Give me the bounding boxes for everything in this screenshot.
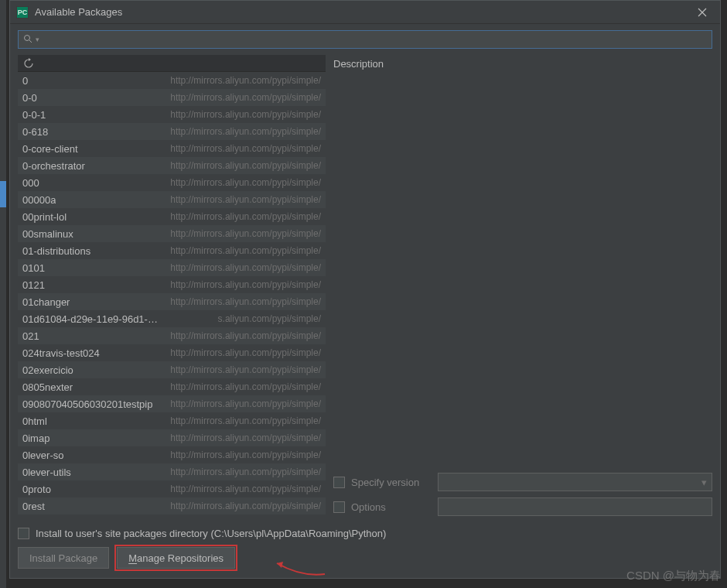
package-source: http://mirrors.aliyun.com/pypi/simple/ bbox=[170, 177, 321, 188]
package-name: 0lever-utils bbox=[22, 467, 71, 478]
package-name: 01changer bbox=[22, 296, 70, 308]
options-input[interactable] bbox=[438, 497, 712, 516]
version-dropdown[interactable]: ▾ bbox=[438, 473, 712, 491]
package-row[interactable]: 01d61084-d29e-11e9-96d1-7c5cf84ffe8es.al… bbox=[18, 310, 326, 327]
svg-point-0 bbox=[25, 36, 30, 41]
dialog-title: Available Packages bbox=[35, 6, 684, 18]
search-caret-icon: ▾ bbox=[36, 36, 39, 43]
manage-repositories-button[interactable]: Manage Repositories bbox=[117, 547, 235, 569]
install-dir-label: Install to user's site packages director… bbox=[36, 528, 386, 539]
package-name: 0-618 bbox=[22, 126, 48, 138]
package-name: 024travis-test024 bbox=[22, 347, 100, 359]
available-packages-dialog: PC Available Packages ▾ 0http://mirrors.… bbox=[9, 0, 721, 579]
package-row[interactable]: 000http://mirrors.aliyun.com/pypi/simple… bbox=[18, 174, 326, 191]
package-name: 00smalinux bbox=[22, 228, 73, 240]
package-row[interactable]: 0101http://mirrors.aliyun.com/pypi/simpl… bbox=[18, 259, 326, 276]
package-row[interactable]: 0htmlhttp://mirrors.aliyun.com/pypi/simp… bbox=[18, 412, 326, 429]
specify-version-checkbox[interactable] bbox=[333, 477, 345, 488]
package-source: http://mirrors.aliyun.com/pypi/simple/ bbox=[170, 211, 321, 222]
search-input-wrap[interactable]: ▾ bbox=[18, 30, 712, 49]
specify-version-row: Specify version ▾ bbox=[333, 470, 712, 494]
bottom-area: Install to user's site packages director… bbox=[10, 525, 720, 578]
manage-rest: anage Repositories bbox=[137, 552, 224, 564]
options-checkbox[interactable] bbox=[333, 501, 345, 513]
package-row[interactable]: 0-0-1http://mirrors.aliyun.com/pypi/simp… bbox=[18, 106, 326, 123]
package-row[interactable]: 0805nexterhttp://mirrors.aliyun.com/pypi… bbox=[18, 378, 326, 395]
package-source: http://mirrors.aliyun.com/pypi/simple/ bbox=[170, 484, 321, 494]
package-source: http://mirrors.aliyun.com/pypi/simple/ bbox=[170, 415, 321, 426]
package-name: 090807040506030201testpip bbox=[22, 398, 152, 410]
install-package-button[interactable]: Install Package bbox=[18, 547, 109, 569]
package-name: 01d61084-d29e-11e9-96d1-7c5cf84ffe8e bbox=[22, 313, 162, 325]
package-source: http://mirrors.aliyun.com/pypi/simple/ bbox=[170, 279, 321, 290]
package-row[interactable]: 0lever-utilshttp://mirrors.aliyun.com/py… bbox=[18, 463, 326, 480]
package-row[interactable]: 0http://mirrors.aliyun.com/pypi/simple/ bbox=[18, 72, 326, 89]
package-source: http://mirrors.aliyun.com/pypi/simple/ bbox=[170, 228, 321, 239]
package-name: 0121 bbox=[22, 279, 45, 291]
package-name: 0-orchestrator bbox=[22, 160, 85, 172]
options-area: Specify version ▾ Options bbox=[333, 463, 712, 519]
package-row[interactable]: 00000ahttp://mirrors.aliyun.com/pypi/sim… bbox=[18, 191, 326, 208]
package-source: http://mirrors.aliyun.com/pypi/simple/ bbox=[170, 194, 321, 205]
package-source: http://mirrors.aliyun.com/pypi/simple/ bbox=[170, 450, 321, 460]
manage-mnemonic: M bbox=[128, 552, 137, 564]
package-source: http://mirrors.aliyun.com/pypi/simple/ bbox=[170, 143, 321, 154]
search-row: ▾ bbox=[10, 24, 720, 55]
package-source: http://mirrors.aliyun.com/pypi/simple/ bbox=[170, 330, 321, 341]
package-row[interactable]: 01changerhttp://mirrors.aliyun.com/pypi/… bbox=[18, 293, 326, 310]
package-source: http://mirrors.aliyun.com/pypi/simple/ bbox=[170, 364, 321, 375]
package-source: http://mirrors.aliyun.com/pypi/simple/ bbox=[170, 126, 321, 137]
package-source: s.aliyun.com/pypi/simple/ bbox=[218, 313, 321, 324]
close-button[interactable] bbox=[691, 1, 714, 24]
package-row[interactable]: 0protohttp://mirrors.aliyun.com/pypi/sim… bbox=[18, 480, 326, 497]
chevron-down-icon: ▾ bbox=[701, 477, 707, 488]
package-row[interactable]: 0-0http://mirrors.aliyun.com/pypi/simple… bbox=[18, 89, 326, 106]
search-input[interactable] bbox=[43, 34, 707, 46]
package-name: 00000a bbox=[22, 194, 56, 206]
package-row[interactable]: 0imaphttp://mirrors.aliyun.com/pypi/simp… bbox=[18, 429, 326, 446]
package-row[interactable]: 00print-lolhttp://mirrors.aliyun.com/pyp… bbox=[18, 208, 326, 225]
package-source: http://mirrors.aliyun.com/pypi/simple/ bbox=[170, 160, 321, 171]
install-dir-checkbox[interactable] bbox=[18, 528, 29, 539]
package-row[interactable]: 0-618http://mirrors.aliyun.com/pypi/simp… bbox=[18, 123, 326, 140]
package-source: http://mirrors.aliyun.com/pypi/simple/ bbox=[170, 75, 321, 86]
package-row[interactable]: 024travis-test024http://mirrors.aliyun.c… bbox=[18, 344, 326, 361]
package-source: http://mirrors.aliyun.com/pypi/simple/ bbox=[170, 109, 321, 120]
options-row: Options bbox=[333, 494, 712, 519]
package-row[interactable]: 0lever-sohttp://mirrors.aliyun.com/pypi/… bbox=[18, 446, 326, 463]
package-list[interactable]: 0http://mirrors.aliyun.com/pypi/simple/0… bbox=[18, 72, 326, 519]
package-list-panel: 0http://mirrors.aliyun.com/pypi/simple/0… bbox=[18, 55, 326, 519]
package-source: http://mirrors.aliyun.com/pypi/simple/ bbox=[170, 432, 321, 443]
package-row[interactable]: 0-core-clienthttp://mirrors.aliyun.com/p… bbox=[18, 140, 326, 157]
package-name: 0-0-1 bbox=[22, 109, 46, 121]
button-row: Install Package Manage Repositories bbox=[18, 547, 712, 569]
description-body bbox=[333, 72, 712, 463]
package-row[interactable]: 021http://mirrors.aliyun.com/pypi/simple… bbox=[18, 327, 326, 344]
package-name: 0rest bbox=[22, 501, 45, 512]
package-row[interactable]: 00smalinuxhttp://mirrors.aliyun.com/pypi… bbox=[18, 225, 326, 242]
package-source: http://mirrors.aliyun.com/pypi/simple/ bbox=[170, 262, 321, 273]
package-name: 01-distributions bbox=[22, 245, 90, 257]
package-row[interactable]: 0resthttp://mirrors.aliyun.com/pypi/simp… bbox=[18, 497, 326, 514]
titlebar: PC Available Packages bbox=[10, 1, 720, 24]
refresh-icon[interactable] bbox=[22, 57, 35, 70]
package-source: http://mirrors.aliyun.com/pypi/simple/ bbox=[170, 296, 321, 307]
package-row[interactable]: 0121http://mirrors.aliyun.com/pypi/simpl… bbox=[18, 276, 326, 293]
package-source: http://mirrors.aliyun.com/pypi/simple/ bbox=[170, 467, 321, 477]
specify-version-label: Specify version bbox=[351, 477, 432, 488]
package-row[interactable]: 0-orchestratorhttp://mirrors.aliyun.com/… bbox=[18, 157, 326, 174]
package-source: http://mirrors.aliyun.com/pypi/simple/ bbox=[170, 381, 321, 392]
package-name: 0805nexter bbox=[22, 381, 73, 393]
package-name: 0-core-client bbox=[22, 143, 78, 155]
search-icon bbox=[23, 34, 32, 45]
content-area: 0http://mirrors.aliyun.com/pypi/simple/0… bbox=[10, 55, 720, 525]
package-row[interactable]: 01-distributionshttp://mirrors.aliyun.co… bbox=[18, 242, 326, 259]
package-source: http://mirrors.aliyun.com/pypi/simple/ bbox=[170, 501, 321, 511]
package-name: 000 bbox=[22, 177, 39, 189]
package-name: 00print-lol bbox=[22, 211, 67, 223]
package-name: 0lever-so bbox=[22, 450, 63, 461]
package-row[interactable]: 090807040506030201testpiphttp://mirrors.… bbox=[18, 395, 326, 412]
package-row[interactable]: 02exerciciohttp://mirrors.aliyun.com/pyp… bbox=[18, 361, 326, 378]
refresh-bar bbox=[18, 55, 326, 72]
pycharm-icon: PC bbox=[16, 6, 29, 19]
